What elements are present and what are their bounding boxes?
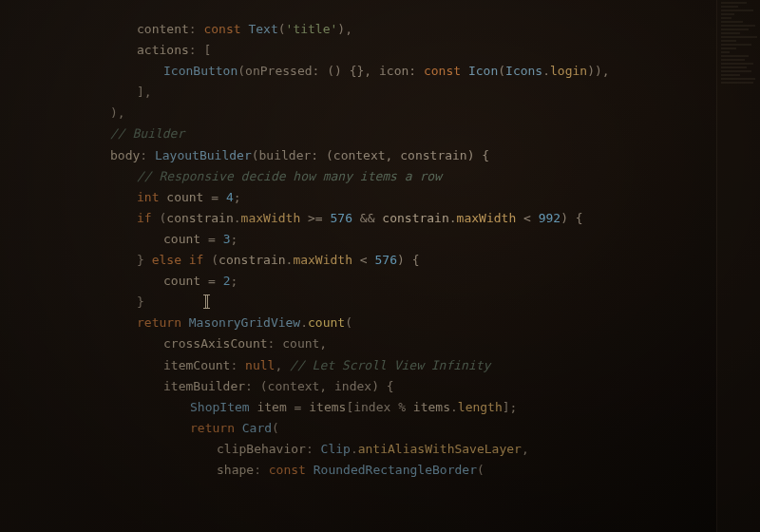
token-punct: = — [200, 232, 222, 246]
token-punct: ( — [345, 315, 352, 330]
token-id: items — [413, 400, 450, 414]
token-punct: , — [275, 358, 290, 372]
token-id: content — [137, 22, 189, 36]
code-content[interactable]: content: const Text('title'),actions: [I… — [57, 19, 760, 481]
token-prop: maxWidth — [241, 211, 301, 225]
code-line[interactable]: shape: const RoundedRectangleBorder( — [57, 460, 760, 481]
token-punct: . — [351, 442, 358, 456]
code-line[interactable]: } — [57, 292, 760, 313]
token-punct: ; — [230, 232, 238, 246]
token-kw: else if — [152, 253, 204, 267]
token-id: body — [110, 148, 140, 162]
token-punct: . — [300, 315, 308, 330]
token-cls: Icons — [505, 64, 542, 78]
token-punct: } — [137, 294, 144, 309]
token-cls: Icon — [468, 64, 498, 78]
token-prop: length — [458, 400, 503, 414]
token-prop: antiAliasWithSaveLayer — [358, 442, 522, 456]
token-punct: : — [189, 22, 204, 36]
token-punct: (builder: (context, constrain) { — [252, 148, 489, 162]
code-line[interactable]: itemCount: null, // Let Scroll View Infi… — [57, 355, 760, 376]
token-cls: IconButton — [163, 64, 238, 78]
token-id: constrain — [382, 211, 448, 225]
token-id: count — [163, 274, 200, 288]
token-punct: : — [306, 442, 321, 456]
token-punct: (onPressed: () {}, icon: — [238, 64, 424, 78]
token-id: actions — [137, 43, 189, 57]
token-id: itemBuilder — [163, 379, 245, 393]
token-num: 576 — [375, 253, 397, 267]
token-num: 4 — [226, 190, 234, 204]
text-cursor — [205, 294, 208, 309]
token-punct: ( — [152, 211, 167, 225]
token-id: constrain — [166, 211, 233, 225]
code-line[interactable]: itemBuilder: (context, index) { — [57, 376, 760, 397]
code-line[interactable]: int count = 4; — [57, 187, 760, 208]
token-punct: . — [542, 64, 550, 78]
token-str: 'title' — [286, 22, 338, 36]
code-line[interactable]: actions: [ — [57, 40, 760, 61]
token-punct: ) { — [397, 253, 419, 267]
token-cls: Clip — [321, 442, 351, 456]
token-prop: login — [550, 64, 587, 78]
token-punct — [461, 64, 468, 78]
code-line[interactable]: count = 2; — [57, 271, 760, 292]
token-kw: int — [137, 190, 159, 204]
token-punct: : — [140, 148, 155, 162]
code-line[interactable]: } else if (constrain.maxWidth < 576) { — [57, 250, 760, 271]
code-line[interactable]: IconButton(onPressed: () {}, icon: const… — [57, 61, 760, 82]
token-id: count — [163, 232, 200, 246]
code-line[interactable]: count = 3; — [57, 229, 760, 250]
token-punct: ), — [110, 105, 125, 120]
token-id: constrain — [218, 253, 285, 267]
token-punct: ( — [498, 64, 505, 78]
token-punct: < — [352, 253, 374, 267]
code-line[interactable]: crossAxisCount: count, — [57, 333, 760, 354]
token-punct: ( — [278, 22, 286, 36]
token-punct: : — [254, 463, 269, 477]
token-kw: if — [137, 211, 152, 225]
token-punct: = — [203, 190, 225, 204]
token-punct: ( — [203, 253, 218, 267]
code-line[interactable]: ), — [57, 103, 760, 124]
token-punct: ) { — [560, 211, 582, 225]
token-num: 992 — [539, 211, 560, 225]
token-punct: < — [516, 211, 538, 225]
token-punct: ], — [137, 85, 152, 99]
code-line[interactable]: if (constrain.maxWidth >= 576 && constra… — [57, 208, 760, 229]
token-id: itemCount — [163, 358, 230, 372]
code-line[interactable]: // Responsive decide how many items a ro… — [57, 166, 760, 187]
token-cls: Text — [248, 22, 277, 36]
token-null: null — [245, 358, 275, 372]
token-cls: Card — [242, 421, 272, 435]
code-line[interactable]: content: const Text('title'), — [57, 19, 760, 40]
token-punct: = — [200, 274, 222, 288]
token-kw: const — [269, 463, 306, 477]
token-prop: maxWidth — [293, 253, 352, 267]
code-line[interactable]: ShopItem item = items[index % items.leng… — [57, 397, 760, 418]
token-punct: = — [287, 400, 309, 414]
token-punct: . — [234, 211, 241, 225]
token-punct — [306, 463, 314, 477]
token-punct: && — [352, 211, 382, 225]
code-line[interactable]: ], — [57, 82, 760, 103]
token-punct: ; — [230, 274, 238, 288]
token-id: shape — [217, 463, 254, 477]
code-editor[interactable]: content: const Text('title'),actions: [I… — [0, 0, 760, 532]
token-punct: >= — [300, 211, 330, 225]
code-line[interactable]: body: LayoutBuilder(builder: (context, c… — [57, 145, 760, 166]
minimap[interactable] — [716, 0, 760, 532]
code-line[interactable]: return MasonryGridView.count( — [57, 313, 760, 333]
code-line[interactable]: return Card( — [57, 418, 760, 439]
token-fn: count — [308, 315, 345, 330]
token-cmt: // Let Scroll View Infinity — [290, 358, 490, 372]
token-kw: return — [137, 315, 181, 330]
code-line[interactable]: // Builder — [57, 124, 760, 144]
code-line[interactable]: clipBehavior: Clip.antiAliasWithSaveLaye… — [57, 439, 760, 460]
token-kw: const — [203, 22, 240, 36]
token-cls: MasonryGridView — [189, 315, 300, 330]
token-id: items — [309, 400, 346, 414]
token-punct: : count, — [268, 336, 328, 351]
token-cmt: // Builder — [110, 126, 184, 141]
token-id: clipBehavior — [217, 442, 306, 456]
